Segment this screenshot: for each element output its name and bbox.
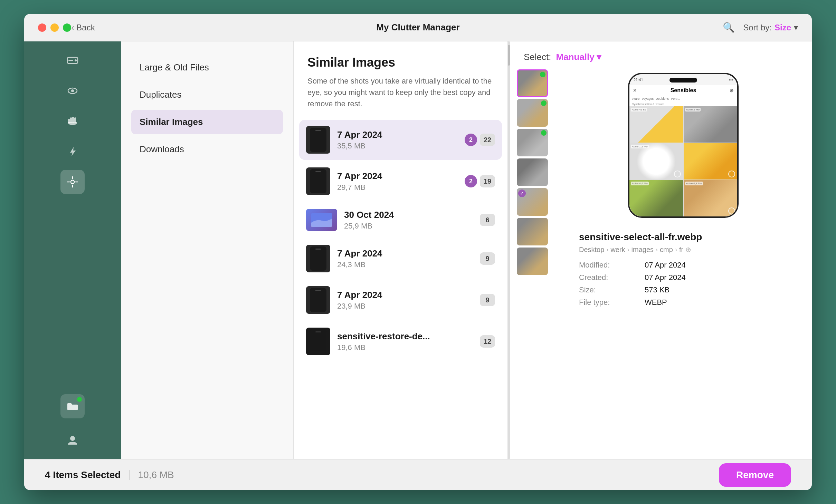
phone-tab-doublons: Doublons xyxy=(656,97,669,100)
select-control: Select: Manually ▾ xyxy=(510,41,812,66)
main-window: ‹ Back My Clutter Manager 🔍 Sort by: Siz… xyxy=(24,14,812,490)
sort-by-value[interactable]: Size xyxy=(775,23,791,32)
preview-area: 21:41 ▪▪▪ ✕ Sensibles ⊕ Autre Voyages xyxy=(555,66,812,459)
breadcrumb-images: images xyxy=(631,246,654,254)
phone-select-all: ⊕ xyxy=(730,88,734,93)
badge-number: 2 xyxy=(465,175,477,187)
modified-label: Modified: xyxy=(579,261,641,270)
list-item[interactable]: 7 Apr 2024 24,3 MB 9 xyxy=(299,239,502,279)
window-title: My Clutter Manager xyxy=(376,22,459,33)
green-dot-indicator xyxy=(541,130,547,136)
item-date: sensitive-restore-de... xyxy=(337,331,473,342)
strip-thumbnail[interactable]: ✓ xyxy=(517,188,548,216)
maximize-button[interactable] xyxy=(63,23,71,32)
item-date: 30 Oct 2024 xyxy=(344,210,473,220)
traffic-lights xyxy=(38,23,71,32)
sidebar-icon-user[interactable] xyxy=(60,428,85,452)
middle-panel: Similar Images Some of the shots you tak… xyxy=(294,41,508,459)
right-main-area: ✓ 21:41 ▪▪▪ xyxy=(510,66,812,459)
svg-rect-7 xyxy=(74,117,76,123)
right-panel: Select: Manually ▾ xyxy=(510,41,812,459)
sidebar-icon-folder[interactable] xyxy=(60,394,85,418)
left-nav-panel: Large & Old Files Duplicates Similar Ima… xyxy=(121,41,294,459)
phone-cell-circle xyxy=(674,171,681,177)
list-item[interactable]: 7 Apr 2024 35,5 MB 2 22 xyxy=(299,120,502,160)
nav-item-downloads[interactable]: Downloads xyxy=(131,137,283,162)
list-item[interactable]: sensitive-restore-de... 19,6 MB 12 xyxy=(299,321,502,361)
nav-item-duplicates[interactable]: Duplicates xyxy=(131,83,283,107)
item-date: 7 Apr 2024 xyxy=(337,171,458,182)
close-button[interactable] xyxy=(38,23,46,32)
item-info: 7 Apr 2024 23,9 MB xyxy=(337,290,473,311)
breadcrumb-werk: werk xyxy=(610,246,625,254)
item-info: 7 Apr 2024 29,7 MB xyxy=(337,171,458,192)
item-size: 19,6 MB xyxy=(337,343,473,352)
back-label: Back xyxy=(76,23,95,32)
breadcrumb-fr: fr xyxy=(679,246,683,254)
strip-thumbnail[interactable] xyxy=(517,69,548,97)
back-chevron-icon: ‹ xyxy=(71,22,74,33)
strip-thumbnail[interactable] xyxy=(517,248,548,275)
selected-size: 10,6 MB xyxy=(138,469,174,481)
item-thumbnail xyxy=(306,286,330,314)
size-value: 573 KB xyxy=(645,285,788,294)
titlebar: ‹ Back My Clutter Manager 🔍 Sort by: Siz… xyxy=(24,14,812,41)
filetype-label: File type: xyxy=(579,298,641,307)
list-item[interactable]: 7 Apr 2024 29,7 MB 2 19 xyxy=(299,161,502,201)
strip-thumbnail[interactable] xyxy=(517,158,548,186)
minimize-button[interactable] xyxy=(50,23,59,32)
sidebar-icon-eye[interactable] xyxy=(60,79,85,103)
badge-number: 2 xyxy=(465,134,477,146)
strip-thumbnail[interactable] xyxy=(517,99,548,127)
phone-cell-circle xyxy=(728,207,735,214)
list-item[interactable]: 7 Apr 2024 23,9 MB 9 xyxy=(299,280,502,320)
bottom-bar: 4 Items Selected 10,6 MB Remove xyxy=(24,459,812,490)
nav-item-similar-images[interactable]: Similar Images xyxy=(131,110,283,134)
sidebar-icon-tools[interactable] xyxy=(60,170,85,194)
list-item[interactable]: 30 Oct 2024 25,9 MB 6 xyxy=(299,203,502,237)
remove-button[interactable]: Remove xyxy=(719,463,791,487)
phone-sync-label: Synchronisation à l'instant xyxy=(629,102,737,106)
back-button[interactable]: ‹ Back xyxy=(71,22,95,33)
item-thumbnail xyxy=(306,328,330,355)
middle-header: Similar Images Some of the shots you tak… xyxy=(294,41,507,116)
item-badge: 9 xyxy=(480,294,495,306)
svg-point-9 xyxy=(71,180,74,184)
phone-status-icons: ▪▪▪ xyxy=(729,78,733,82)
search-button[interactable]: 🔍 xyxy=(723,22,735,33)
phone-cell-label: Autre 4,4 Mo xyxy=(631,182,649,185)
phone-header: ✕ Sensibles ⊕ xyxy=(629,85,737,96)
badge-count: 9 xyxy=(480,252,495,265)
share-icon[interactable]: ⊕ xyxy=(685,245,691,254)
badge-count: 19 xyxy=(480,175,495,187)
item-badge: 6 xyxy=(480,214,495,226)
file-breadcrumb: Desktop › werk › images › cmp › fr ⊕ xyxy=(579,245,788,254)
phone-cell-label: Autre 1,2 Mo xyxy=(631,145,649,148)
check-badge: ✓ xyxy=(518,190,526,197)
phone-image-grid: Autre 43 ko Autre 2 Mo Autre 1,2 Mo xyxy=(629,106,737,216)
modified-value: 07 Apr 2024 xyxy=(645,261,788,270)
breadcrumb-sep: › xyxy=(627,246,629,253)
thumbnail-strip: ✓ xyxy=(510,66,555,459)
breadcrumb-cmp: cmp xyxy=(660,246,673,254)
item-size: 35,5 MB xyxy=(337,142,458,151)
sidebar-icon-lightning[interactable] xyxy=(60,139,85,164)
list-items: 7 Apr 2024 35,5 MB 2 22 7 Apr 2024 xyxy=(294,116,507,459)
sidebar-icon-harddrive[interactable] xyxy=(60,48,85,72)
item-info: 30 Oct 2024 25,9 MB xyxy=(344,210,473,231)
select-value-dropdown[interactable]: Manually ▾ xyxy=(556,52,601,62)
item-thumbnail xyxy=(306,126,330,154)
green-dot-indicator xyxy=(541,100,547,106)
breadcrumb-sep: › xyxy=(675,246,677,253)
strip-thumbnail[interactable] xyxy=(517,129,548,156)
nav-item-large-old-files[interactable]: Large & Old Files xyxy=(131,55,283,80)
sort-by-control[interactable]: Sort by: Size ▾ xyxy=(743,23,798,32)
sort-by-label: Sort by: xyxy=(743,23,772,32)
sort-chevron-icon: ▾ xyxy=(794,23,798,32)
item-info: 7 Apr 2024 24,3 MB xyxy=(337,248,473,269)
phone-close-btn: ✕ xyxy=(633,88,637,93)
middle-description: Some of the shots you take are virtually… xyxy=(307,75,494,109)
strip-thumbnail[interactable] xyxy=(517,218,548,245)
phone-cell: Autre 43 ko xyxy=(629,106,683,143)
sidebar-icon-hand[interactable] xyxy=(60,109,85,133)
